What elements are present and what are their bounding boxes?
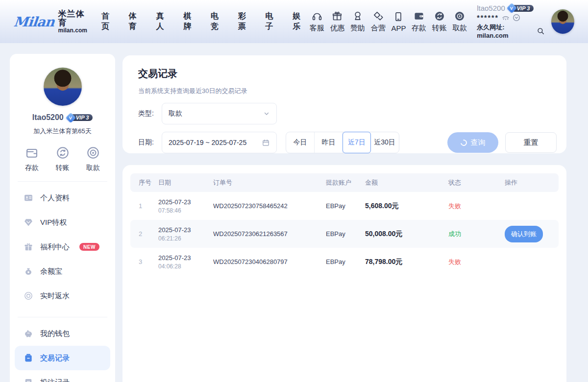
app-download-button[interactable]: APP: [389, 11, 409, 32]
sidebar: ltao5200 V VIP 3 加入米兰体育第65天 存款: [10, 54, 115, 382]
table-row: 1 2025-07-23 07:58:46 WD2025072307584652…: [130, 192, 559, 220]
status-badge: 失败: [448, 258, 505, 266]
deposit-button[interactable]: 存款: [409, 10, 429, 33]
nav-item-chess[interactable]: 棋牌: [183, 11, 197, 32]
sidebar-item-transactions[interactable]: 交易记录: [15, 346, 110, 370]
transfer-circle-icon: [55, 145, 70, 160]
col-header-index: 序号: [139, 178, 158, 187]
main-nav: 首页 体育 真人 棋牌 电竞 彩票 电子 娱乐: [101, 11, 307, 32]
top-bar: Milan 米兰体育 milan.com 首页 体育 真人 棋牌 电竞 彩票 电…: [0, 0, 588, 43]
quick-transfer-button[interactable]: 转账: [55, 145, 70, 172]
wallet-icon: [413, 10, 425, 22]
col-header-account: 提款账户: [326, 178, 365, 187]
range-today-button[interactable]: 今日: [286, 132, 315, 153]
id-card-icon: [24, 193, 33, 203]
user-avatar[interactable]: [551, 9, 574, 34]
sponsor-button[interactable]: 赞助: [347, 10, 368, 33]
range-last7days-button[interactable]: 近7日: [343, 132, 371, 153]
withdraw-button[interactable]: 取款: [450, 10, 470, 33]
profile-vip-badge: V VIP 3: [67, 114, 93, 121]
trophy-icon: [352, 10, 364, 22]
sidebar-item-welfare-center[interactable]: 福利中心 NEW: [15, 235, 110, 259]
cell-index: 3: [139, 258, 158, 265]
profile-avatar[interactable]: [44, 68, 82, 106]
sidebar-item-rebate[interactable]: 实时返水: [15, 284, 110, 308]
type-select[interactable]: 取款: [162, 103, 277, 124]
status-badge: 失败: [448, 202, 505, 211]
cell-order-no: WD202507230621263567: [213, 230, 326, 238]
nav-item-home[interactable]: 首页: [101, 11, 116, 32]
joint-venture-button[interactable]: 合营: [368, 10, 389, 33]
query-button[interactable]: 查询: [447, 132, 498, 153]
records-file-icon: [24, 378, 33, 382]
sidebar-menu: 个人资料 VIP特权 福利中心 NEW: [10, 182, 115, 308]
cell-index: 1: [139, 202, 158, 210]
brand-logo[interactable]: Milan 米兰体育 milan.com: [14, 10, 89, 33]
mobile-phone-icon: [392, 11, 404, 23]
money-pot-icon: [24, 266, 33, 276]
page-subtitle: 当前系统支持查询最近30日的交易记录: [138, 87, 557, 96]
brand-domain: milan.com: [58, 27, 89, 34]
calendar-icon: [262, 139, 270, 147]
promotions-button[interactable]: 优惠: [327, 10, 348, 33]
quick-deposit-button[interactable]: 存款: [24, 145, 39, 172]
col-header-action: 操作: [505, 178, 550, 187]
loading-spinner-icon: [459, 138, 468, 147]
masked-balance: ******: [477, 14, 499, 22]
cell-account: EBPay: [326, 258, 365, 265]
nav-item-live-casino[interactable]: 真人: [156, 11, 170, 32]
cell-account: EBPay: [326, 202, 365, 210]
quick-withdraw-button[interactable]: 取款: [86, 145, 100, 172]
transactions-table-card: 序号 日期 订单号 提款账户 金额 状态 操作 1 2025-07-23 07:…: [122, 165, 566, 382]
filters-card: 交易记录 当前系统支持查询最近30日的交易记录 类型: 取款 日期: 2025-…: [122, 55, 566, 153]
piggy-bank-icon: [24, 329, 33, 338]
wallet-outline-icon: [24, 145, 39, 160]
user-info-block: ltao5200 V VIP 3 ******: [477, 4, 544, 39]
sidebar-item-yuebao[interactable]: 余额宝: [15, 259, 110, 284]
cell-amount: 5,608.00元: [365, 202, 448, 211]
col-header-status: 状态: [448, 178, 505, 187]
table-header-row: 序号 日期 订单号 提款账户 金额 状态 操作: [130, 173, 559, 192]
member-since-label: 加入米兰体育第65天: [10, 127, 115, 136]
confirm-receipt-button[interactable]: 确认到账: [505, 226, 543, 242]
chevron-down-icon: [263, 110, 270, 117]
tags-icon: [372, 10, 384, 22]
reset-button[interactable]: 重置: [505, 132, 557, 153]
sidebar-item-bet-records[interactable]: 投注记录: [15, 370, 110, 382]
date-label: 日期:: [138, 138, 162, 147]
new-badge: NEW: [79, 243, 99, 251]
transfer-button[interactable]: 转账: [429, 10, 450, 33]
col-header-date: 日期: [158, 178, 213, 187]
page-title: 交易记录: [138, 67, 557, 80]
nav-item-lottery[interactable]: 彩票: [238, 11, 252, 32]
cell-amount: 50,008.00元: [365, 230, 448, 239]
status-badge: 成功: [448, 230, 505, 239]
cell-action: 确认到账: [505, 226, 550, 242]
date-range-value: 2025-07-19 ~ 2025-07-25: [169, 139, 246, 146]
range-last30days-button[interactable]: 近30日: [370, 132, 399, 153]
vip-badge: V VIP 3: [508, 4, 534, 12]
cell-account: EBPay: [326, 230, 365, 238]
nav-item-slots[interactable]: 电子: [265, 11, 279, 32]
sidebar-item-vip[interactable]: VIP特权: [15, 210, 110, 235]
magnifier-icon[interactable]: [537, 27, 544, 35]
header-actions: 客服 优惠 赞助: [307, 4, 574, 39]
cell-order-no: WD202507230758465242: [213, 202, 326, 210]
table-row: 3 2025-07-23 04:06:28 WD2025072304062807…: [130, 248, 559, 276]
cell-date: 2025-07-23 04:06:28: [158, 254, 213, 270]
support-button[interactable]: 客服: [307, 10, 327, 33]
refresh-circle-icon[interactable]: [513, 14, 520, 22]
target-icon: [86, 145, 100, 160]
date-range-input[interactable]: 2025-07-19 ~ 2025-07-25: [162, 132, 277, 153]
nav-item-esports[interactable]: 电竞: [211, 11, 225, 32]
rebate-disc-icon: [24, 291, 33, 301]
sidebar-item-profile[interactable]: 个人资料: [15, 186, 110, 210]
sidebar-item-my-wallet[interactable]: 我的钱包: [15, 321, 110, 346]
nav-item-sports[interactable]: 体育: [129, 11, 143, 32]
transaction-wallet-icon: [24, 353, 33, 363]
nav-item-entertainment[interactable]: 娱乐: [293, 11, 307, 32]
range-yesterday-button[interactable]: 昨日: [315, 132, 343, 153]
eye-slash-icon[interactable]: [502, 14, 510, 22]
col-header-amount: 金额: [365, 178, 448, 187]
table-row: 2 2025-07-23 06:21:26 WD2025072306212635…: [130, 220, 559, 248]
